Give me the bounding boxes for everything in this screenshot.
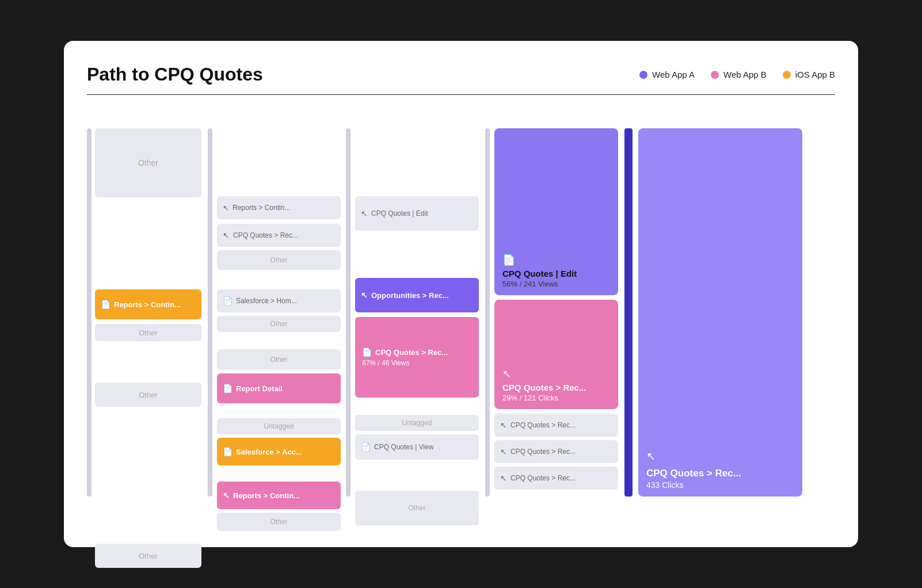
doc-icon7: 📄	[502, 254, 515, 266]
legend-item: Web App B	[711, 70, 767, 79]
doc-icon4: 📄	[223, 447, 233, 456]
c5-cpqedit[interactable]: ↖ CPQ Quotes | Edit	[355, 196, 479, 231]
legend-item: Web App A	[639, 70, 695, 79]
legend-item: iOS App B	[783, 70, 835, 79]
c3-reports[interactable]: ↖ Reports > Contin...	[217, 196, 341, 219]
legend-label: Web App A	[652, 70, 695, 79]
c1-reports[interactable]: 📄 Reports > Contin...	[95, 289, 201, 319]
c1-other2: Other	[95, 324, 201, 341]
c1-other4: Other	[95, 544, 201, 568]
cursor-icon3: ↖	[223, 491, 230, 500]
c3-other2: Other	[217, 316, 341, 332]
legend-dot	[783, 71, 791, 79]
cursor-icon9: ↖	[500, 474, 507, 483]
sankey-chart: Other 📄 Reports > Contin... Other Other …	[87, 111, 835, 502]
doc-icon5: 📄	[362, 348, 372, 357]
divider	[87, 94, 835, 95]
cursor-icon: ↖	[223, 204, 229, 212]
header: Path to CPQ Quotes Web App A Web App B i…	[87, 64, 835, 85]
col2-bar	[208, 128, 212, 497]
c3-reportscont[interactable]: ↖ Reports > Contin...	[217, 482, 341, 509]
legend-dot	[711, 71, 719, 79]
main-card: Path to CPQ Quotes Web App A Web App B i…	[64, 41, 858, 547]
c3-untagged: Untagged	[217, 418, 341, 434]
c5-cpqrec[interactable]: 📄 CPQ Quotes > Rec... 87% / 46 Views	[355, 317, 479, 398]
c7-cpqedit[interactable]: 📄 CPQ Quotes | Edit 56% / 241 Views	[494, 128, 618, 295]
cursor-icon10: ↖	[646, 449, 656, 463]
c1-other1: Other	[95, 128, 201, 197]
c3-reportdetail[interactable]: 📄 Report Detail	[217, 373, 341, 403]
legend: Web App A Web App B iOS App B	[639, 70, 835, 79]
c7-cpqrec3[interactable]: ↖ CPQ Quotes > Rec...	[494, 440, 618, 463]
col8-bar	[624, 128, 633, 497]
c7-cpqrec1[interactable]: ↖ CPQ Quotes > Rec... 29% / 121 Clicks	[494, 300, 618, 409]
page-title: Path to CPQ Quotes	[87, 64, 263, 85]
c3-salesforceacc[interactable]: 📄 Salesforce > Acc...	[217, 438, 341, 465]
cursor-icon5: ↖	[361, 291, 368, 300]
c7-cpqrec4[interactable]: ↖ CPQ Quotes > Rec...	[494, 467, 618, 490]
c3-cpq[interactable]: ↖ CPQ Quotes > Rec...	[217, 224, 341, 247]
c3-other1: Other	[217, 250, 341, 270]
c5-other: Other	[355, 491, 479, 525]
cursor-icon6: ↖	[502, 368, 511, 380]
col1-bar	[87, 128, 92, 497]
c7-cpqrec2[interactable]: ↖ CPQ Quotes > Rec...	[494, 414, 618, 437]
doc-icon3: 📄	[223, 384, 233, 393]
legend-label: iOS App B	[795, 70, 835, 79]
col6-bar	[485, 128, 490, 497]
cursor-icon8: ↖	[500, 447, 507, 456]
doc-icon6: 📄	[361, 442, 371, 452]
col4-bar	[346, 128, 350, 497]
doc-icon: 📄	[101, 300, 111, 309]
c5-untagged: Untagged	[355, 415, 479, 431]
legend-label: Web App B	[723, 70, 767, 79]
c9-cpqrec[interactable]: ↖ CPQ Quotes > Rec... 433 Clicks	[638, 128, 802, 497]
c5-cpqview[interactable]: 📄 CPQ Quotes | View	[355, 434, 479, 460]
c5-opprec[interactable]: ↖ Opportunities > Rec...	[355, 278, 479, 312]
doc-icon2: 📄	[223, 296, 233, 306]
cursor-icon7: ↖	[500, 421, 507, 430]
cursor-icon4: ↖	[361, 209, 368, 218]
cursor-icon2: ↖	[223, 231, 230, 240]
c3-other4: Other	[217, 513, 341, 531]
legend-dot	[639, 71, 647, 79]
c3-other3: Other	[217, 349, 341, 370]
c3-salesforce[interactable]: 📄 Salesforce > Hom...	[217, 289, 341, 312]
c1-other3: Other	[95, 383, 201, 407]
